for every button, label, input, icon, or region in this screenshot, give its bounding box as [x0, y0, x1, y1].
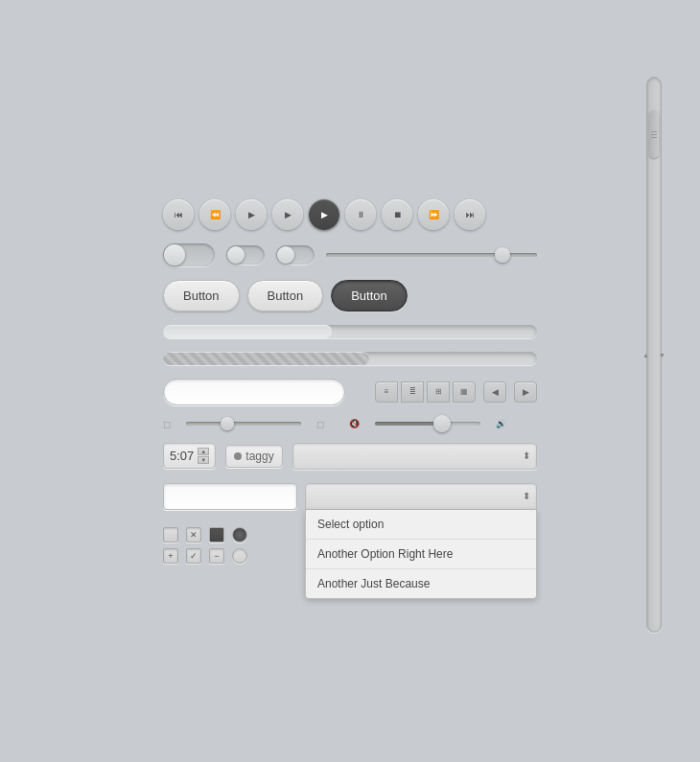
input-dropdown-row: ⬍ Select option Another Option Right Her… — [163, 483, 537, 510]
dropdown-item-1[interactable]: Another Option Right Here — [306, 540, 536, 569]
detailed-list-button[interactable]: ≣ — [401, 381, 424, 403]
pill-button-2[interactable]: Button — [247, 280, 324, 312]
pill-button-3[interactable]: Button — [331, 280, 408, 312]
search-controls-row: 🔍 ≡ ≣ ⊞ ▦ ◀ ▶ — [163, 379, 537, 405]
toggle-knob-1 — [164, 244, 185, 266]
volume-track-1[interactable] — [186, 422, 301, 426]
barcode-view-button[interactable]: ▦ — [453, 381, 476, 403]
search-input[interactable] — [163, 379, 345, 405]
scrollbar-track — [649, 81, 659, 628]
play-button-1[interactable]: ▶ — [236, 199, 267, 230]
time-input: 5:07 ▲ ▼ — [163, 443, 216, 469]
fast-forward-button[interactable]: ⏩ — [418, 199, 449, 230]
toggle-switch-3[interactable] — [276, 245, 315, 265]
list-view-button[interactable]: ≡ — [375, 381, 398, 403]
dropdown-select-1[interactable]: ⬍ — [292, 443, 537, 470]
ui-panel: ⏮ ⏪ ▶ ▶ ▶ ⏸ ⏹ ⏩ ⏭ Button Button Button — [163, 199, 537, 564]
toggle-switch-1[interactable] — [163, 243, 215, 266]
dropdown-header-arrow: ⬍ — [523, 491, 530, 501]
dropdown-list: Select option Another Option Right Here … — [305, 510, 537, 599]
play-button-2[interactable]: ▶ — [272, 199, 303, 230]
grip-line-2 — [651, 134, 657, 135]
volume-large-icon: ◻ — [316, 419, 324, 429]
grip-line-1 — [651, 131, 657, 132]
skip-forward-button[interactable]: ⏭ — [455, 199, 485, 230]
circle-checkbox[interactable] — [232, 527, 247, 543]
time-spinners: ▲ ▼ — [198, 448, 209, 464]
search-wrapper: 🔍 — [163, 379, 367, 405]
minus-checkbox[interactable]: − — [209, 548, 224, 564]
play-button-active[interactable]: ▶ — [309, 199, 339, 230]
vertical-scrollbar[interactable]: ▲ ▼ — [646, 77, 662, 633]
grip-line-3 — [651, 137, 657, 138]
pill-button-1[interactable]: Button — [163, 280, 240, 312]
nav-forward-button[interactable]: ▶ — [514, 381, 537, 403]
nav-back-button[interactable]: ◀ — [483, 381, 506, 403]
volume-row: ◻ ◻ 🔇 🔊 — [163, 419, 537, 429]
toggle-knob-2 — [227, 246, 245, 264]
time-tag-row: 5:07 ▲ ▼ taggy ⬍ — [163, 443, 537, 470]
stop-button[interactable]: ⏹ — [382, 199, 412, 230]
scrollbar-bottom-arrow[interactable]: ▼ — [659, 81, 665, 628]
empty-circle-checkbox[interactable] — [232, 548, 247, 564]
slider-container-1 — [326, 253, 537, 257]
pause-button[interactable]: ⏸ — [345, 199, 376, 230]
scrollbar-top-arrow[interactable]: ▲ — [642, 81, 649, 628]
progress-bar-2 — [163, 352, 537, 365]
progress-bar-1 — [163, 325, 537, 338]
time-down-button[interactable]: ▼ — [198, 456, 209, 464]
scrollbar-thumb[interactable] — [649, 110, 659, 158]
grid-view-button[interactable]: ⊞ — [427, 381, 450, 403]
toggle-knob-3 — [277, 246, 294, 264]
view-buttons-group: ≡ ≣ ⊞ ▦ — [375, 381, 476, 403]
dropdown-item-2[interactable]: Another Just Because — [306, 569, 536, 598]
slider-thumb-1[interactable] — [495, 247, 510, 263]
dropdown-header[interactable]: ⬍ — [305, 483, 537, 510]
plus-checkbox[interactable]: + — [163, 548, 178, 564]
dropdown-with-list: ⬍ Select option Another Option Right Her… — [305, 483, 537, 510]
speaker-icon: 🔊 — [496, 419, 506, 428]
empty-checkbox[interactable] — [163, 527, 178, 543]
tag-label: taggy — [245, 450, 273, 463]
scrollbar-grip — [649, 110, 659, 158]
volume-track-2[interactable] — [375, 422, 480, 426]
time-up-button[interactable]: ▲ — [198, 448, 209, 455]
volume-small-icon: ◻ — [163, 419, 171, 429]
time-value: 5:07 — [170, 449, 194, 463]
tag-dot — [234, 452, 242, 460]
skip-back-button[interactable]: ⏮ — [163, 199, 194, 230]
mute-icon: 🔇 — [349, 419, 360, 428]
dropdown-item-0[interactable]: Select option — [306, 510, 536, 540]
toggles-row — [163, 243, 537, 266]
rewind-button[interactable]: ⏪ — [199, 199, 230, 230]
slider-track-1[interactable] — [326, 253, 537, 257]
progress-fill-1 — [163, 325, 332, 338]
buttons-row: Button Button Button — [163, 280, 537, 312]
volume-thumb-1[interactable] — [221, 417, 234, 430]
dropdown-arrow-icon: ⬍ — [523, 450, 530, 461]
check-checkbox[interactable]: ✓ — [186, 548, 201, 564]
toggle-switch-2[interactable] — [226, 245, 265, 265]
volume-thumb-2[interactable] — [433, 415, 451, 432]
text-input-field[interactable] — [163, 483, 297, 510]
x-checkbox[interactable]: ✕ — [186, 527, 201, 543]
progress-fill-2 — [163, 352, 369, 365]
filled-checkbox[interactable] — [209, 527, 224, 543]
media-controls: ⏮ ⏪ ▶ ▶ ▶ ⏸ ⏹ ⏩ ⏭ — [163, 199, 537, 230]
tag-input[interactable]: taggy — [225, 445, 282, 468]
